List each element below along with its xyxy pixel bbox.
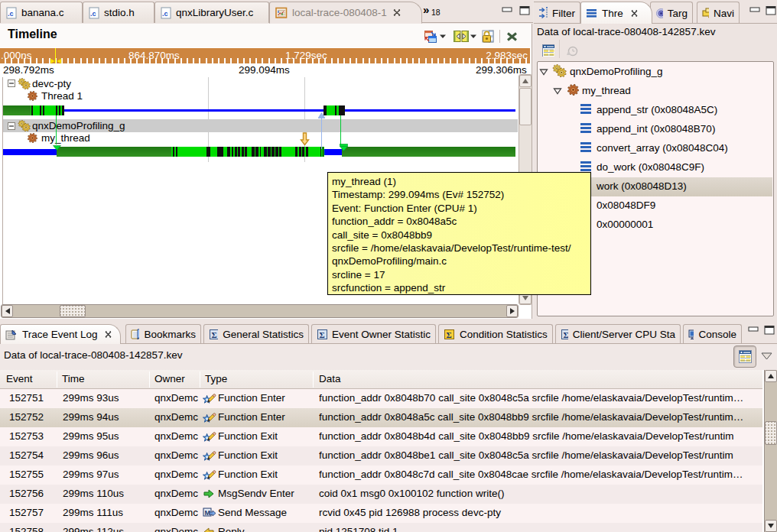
svg-text:Σ: Σ bbox=[447, 330, 452, 339]
svg-text:Σ: Σ bbox=[320, 330, 325, 339]
svg-text:Σ: Σ bbox=[564, 330, 568, 339]
svg-text:.c: .c bbox=[90, 10, 96, 18]
svg-text:.c: .c bbox=[8, 10, 14, 18]
svg-text:.c: .c bbox=[162, 10, 168, 18]
svg-text:Σ: Σ bbox=[212, 330, 217, 339]
